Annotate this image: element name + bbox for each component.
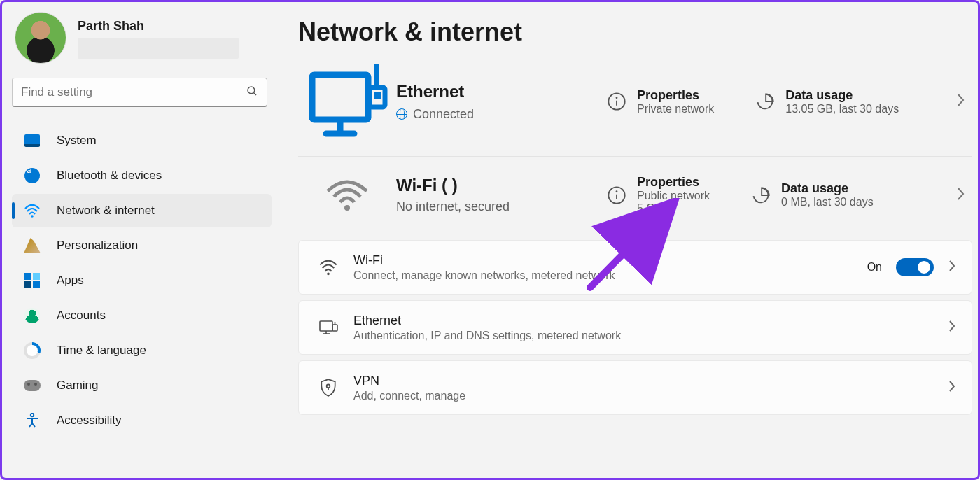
main-content: Network & internet Ethernet Connected: [279, 2, 978, 478]
tile-subtext: 5 GHz: [637, 202, 710, 215]
wifi-data-usage-tile[interactable]: Data usage 0 MB, last 30 days: [750, 181, 874, 209]
settings-cards: Wi-Fi Connect, manage known networks, me…: [298, 240, 972, 415]
gamepad-icon: [23, 376, 41, 395]
ethernet-hero: Ethernet Connected Properties Private ne…: [298, 59, 972, 157]
tile-subtext: 13.05 GB, last 30 days: [785, 103, 899, 115]
wifi-signal-icon: [298, 178, 396, 212]
tile-heading: Data usage: [781, 181, 874, 196]
svg-rect-20: [332, 325, 337, 331]
clock-globe-icon: [23, 341, 41, 360]
ethernet-status: Connected: [396, 107, 606, 122]
pie-chart-icon: [750, 185, 771, 206]
user-email-redacted: [78, 38, 239, 59]
user-name: Parth Shah: [78, 19, 239, 34]
globe-icon: [396, 108, 407, 120]
chevron-right-icon[interactable]: [948, 186, 972, 204]
vpn-card[interactable]: VPN Add, connect, manage: [298, 360, 972, 415]
card-title: Ethernet: [354, 313, 948, 328]
ethernet-monitor-icon: [298, 59, 396, 143]
tile-subtext: Private network: [637, 103, 714, 115]
svg-point-16: [327, 272, 330, 275]
wifi-status: No internet, secured: [396, 199, 606, 214]
wifi-toggle[interactable]: [896, 258, 934, 276]
tile-subtext: 0 MB, last 30 days: [781, 196, 874, 209]
tile-heading: Properties: [637, 88, 714, 103]
svg-point-12: [344, 205, 350, 211]
wifi-icon: [23, 202, 41, 220]
sidebar: Parth Shah System ็ Bluetooth & devices: [2, 2, 279, 478]
svg-point-3: [31, 414, 34, 416]
sidebar-item-bluetooth[interactable]: ็ Bluetooth & devices: [12, 159, 272, 192]
tile-heading: Data usage: [785, 88, 899, 103]
card-desc: Connect, manage known networks, metered …: [354, 269, 867, 282]
sidebar-item-gaming[interactable]: Gaming: [12, 369, 272, 402]
toggle-label: On: [867, 261, 882, 274]
accessibility-icon: [23, 411, 41, 430]
sidebar-item-personalization[interactable]: Personalization: [12, 229, 272, 262]
sidebar-item-label: Personalization: [57, 239, 138, 253]
sidebar-item-label: Accessibility: [57, 414, 122, 428]
info-icon: [606, 185, 627, 206]
page-title: Network & internet: [298, 17, 972, 47]
sidebar-item-time[interactable]: Time & language: [12, 334, 272, 367]
sidebar-item-label: Gaming: [57, 379, 99, 393]
sidebar-item-label: Network & internet: [57, 204, 155, 218]
tile-subtext: Public network: [637, 190, 710, 202]
sidebar-item-accessibility[interactable]: Accessibility: [12, 404, 272, 437]
wifi-properties-tile[interactable]: Properties Public network 5 GHz: [606, 175, 710, 215]
sidebar-item-network[interactable]: Network & internet: [12, 194, 272, 227]
svg-rect-17: [320, 321, 332, 331]
search-icon: [246, 85, 258, 100]
chevron-right-icon: [948, 259, 956, 276]
person-icon: [23, 306, 41, 325]
search-input[interactable]: [21, 85, 246, 99]
wifi-icon: [314, 257, 342, 277]
wifi-title: Wi-Fi ( ): [396, 176, 606, 195]
ethernet-icon: [314, 318, 342, 337]
card-title: Wi-Fi: [354, 253, 867, 268]
sidebar-item-apps[interactable]: Apps: [12, 264, 272, 297]
svg-point-2: [31, 215, 34, 218]
ethernet-properties-tile[interactable]: Properties Private network: [606, 88, 714, 115]
system-icon: [23, 132, 41, 150]
svg-point-0: [248, 87, 255, 94]
sidebar-item-label: System: [57, 134, 97, 148]
paintbrush-icon: [23, 237, 41, 255]
svg-point-22: [327, 384, 330, 388]
card-desc: Add, connect, manage: [354, 390, 948, 402]
pie-chart-icon: [755, 91, 776, 112]
wifi-card[interactable]: Wi-Fi Connect, manage known networks, me…: [298, 240, 972, 295]
tile-heading: Properties: [637, 175, 710, 190]
apps-icon: [23, 271, 41, 290]
ethernet-card[interactable]: Ethernet Authentication, IP and DNS sett…: [298, 300, 972, 355]
sidebar-item-label: Bluetooth & devices: [57, 169, 162, 183]
sidebar-item-label: Apps: [57, 274, 84, 288]
sidebar-nav: System ็ Bluetooth & devices Network & i…: [12, 124, 272, 437]
bluetooth-icon: ็: [23, 167, 41, 185]
svg-rect-8: [374, 92, 381, 99]
chevron-right-icon[interactable]: [948, 92, 972, 111]
chevron-right-icon: [948, 379, 956, 396]
sidebar-item-label: Time & language: [57, 344, 146, 358]
info-icon: [606, 91, 627, 112]
profile-block[interactable]: Parth Shah: [12, 12, 272, 64]
search-input-wrap[interactable]: [12, 78, 267, 107]
ethernet-data-usage-tile[interactable]: Data usage 13.05 GB, last 30 days: [755, 88, 899, 115]
avatar[interactable]: [15, 12, 66, 64]
ethernet-title: Ethernet: [396, 82, 606, 101]
card-desc: Authentication, IP and DNS settings, met…: [354, 330, 948, 342]
card-title: VPN: [354, 374, 948, 388]
sidebar-item-label: Accounts: [57, 309, 106, 323]
svg-rect-4: [312, 75, 368, 120]
svg-line-1: [253, 92, 256, 95]
chevron-right-icon: [948, 319, 956, 336]
sidebar-item-accounts[interactable]: Accounts: [12, 299, 272, 332]
shield-lock-icon: [314, 378, 342, 397]
wifi-hero: Wi-Fi ( ) No internet, secured Propertie…: [298, 161, 972, 233]
sidebar-item-system[interactable]: System: [12, 124, 272, 157]
